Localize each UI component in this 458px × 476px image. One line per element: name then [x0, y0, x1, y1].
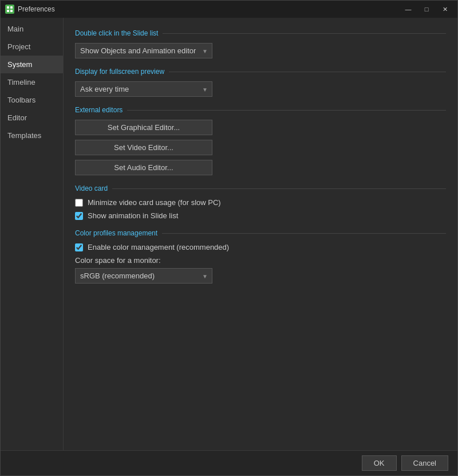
app-icon: [5, 5, 14, 14]
enable-color-label: Enable color management (recommended): [88, 243, 229, 251]
sidebar-item-project[interactable]: Project: [1, 38, 63, 56]
footer: OK Cancel: [1, 450, 457, 475]
set-audio-editor-button[interactable]: Set Audio Editor...: [75, 160, 212, 175]
double-click-section: Double click in the Slide list Show Obje…: [75, 29, 446, 58]
maximize-button[interactable]: □: [418, 3, 435, 15]
fullscreen-dropdown-container: Ask every time Primary display Secondary…: [75, 81, 212, 97]
window-title: Preferences: [18, 5, 400, 13]
preferences-window: Preferences — □ ✕ Main Project System Ti…: [0, 0, 458, 476]
content-area: Double click in the Slide list Show Obje…: [64, 18, 457, 450]
show-animation-label: Show animation in Slide list: [88, 211, 178, 220]
fullscreen-header: Display for fullscreen preview: [75, 68, 446, 76]
close-button[interactable]: ✕: [437, 3, 453, 15]
ok-button[interactable]: OK: [362, 455, 397, 471]
double-click-dropdown[interactable]: Show Objects and Animation editor Show S…: [75, 43, 212, 58]
color-space-label: Color space for a monitor:: [75, 256, 446, 265]
svg-rect-2: [7, 10, 9, 12]
fullscreen-dropdown[interactable]: Ask every time Primary display Secondary…: [75, 81, 212, 97]
show-animation-row: Show animation in Slide list: [75, 211, 446, 220]
sidebar-item-system[interactable]: System: [1, 56, 63, 73]
color-space-dropdown[interactable]: sRGB (recommended) Adobe RGB Display P3: [75, 268, 212, 284]
svg-rect-0: [7, 6, 9, 9]
sidebar-item-toolbars[interactable]: Toolbars: [1, 91, 63, 109]
main-content: Main Project System Timeline Toolbars Ed…: [1, 18, 457, 450]
enable-color-checkbox[interactable]: [75, 243, 83, 251]
show-animation-checkbox[interactable]: [75, 212, 83, 220]
enable-color-row: Enable color management (recommended): [75, 243, 446, 251]
double-click-dropdown-container: Show Objects and Animation editor Show S…: [75, 43, 212, 58]
svg-rect-3: [10, 10, 13, 12]
titlebar: Preferences — □ ✕: [1, 1, 457, 18]
minimize-button[interactable]: —: [400, 3, 416, 15]
svg-rect-1: [10, 6, 13, 9]
sidebar-item-main[interactable]: Main: [1, 20, 63, 38]
sidebar-item-editor[interactable]: Editor: [1, 109, 63, 127]
color-profiles-section: Color profiles management Enable color m…: [75, 229, 446, 284]
fullscreen-dropdown-wrap: Ask every time Primary display Secondary…: [75, 81, 446, 97]
fullscreen-section: Display for fullscreen preview Ask every…: [75, 68, 446, 97]
set-video-editor-button[interactable]: Set Video Editor...: [75, 140, 212, 155]
window-controls: — □ ✕: [400, 3, 453, 15]
double-click-header: Double click in the Slide list: [75, 29, 446, 37]
minimize-video-row: Minimize video card usage (for slow PC): [75, 198, 446, 207]
sidebar: Main Project System Timeline Toolbars Ed…: [1, 18, 64, 450]
color-space-dropdown-container: sRGB (recommended) Adobe RGB Display P3 …: [75, 268, 212, 284]
cancel-button[interactable]: Cancel: [401, 455, 448, 471]
minimize-video-label: Minimize video card usage (for slow PC): [88, 198, 221, 207]
double-click-dropdown-wrap: Show Objects and Animation editor Show S…: [75, 43, 446, 58]
external-editors-section: External editors Set Graphical Editor...…: [75, 106, 446, 175]
set-graphical-editor-button[interactable]: Set Graphical Editor...: [75, 120, 212, 135]
video-card-header: Video card: [75, 184, 446, 192]
color-profiles-header: Color profiles management: [75, 229, 446, 237]
sidebar-item-timeline[interactable]: Timeline: [1, 73, 63, 91]
external-editors-header: External editors: [75, 106, 446, 114]
video-card-section: Video card Minimize video card usage (fo…: [75, 184, 446, 220]
minimize-video-checkbox[interactable]: [75, 199, 83, 207]
sidebar-item-templates[interactable]: Templates: [1, 127, 63, 144]
